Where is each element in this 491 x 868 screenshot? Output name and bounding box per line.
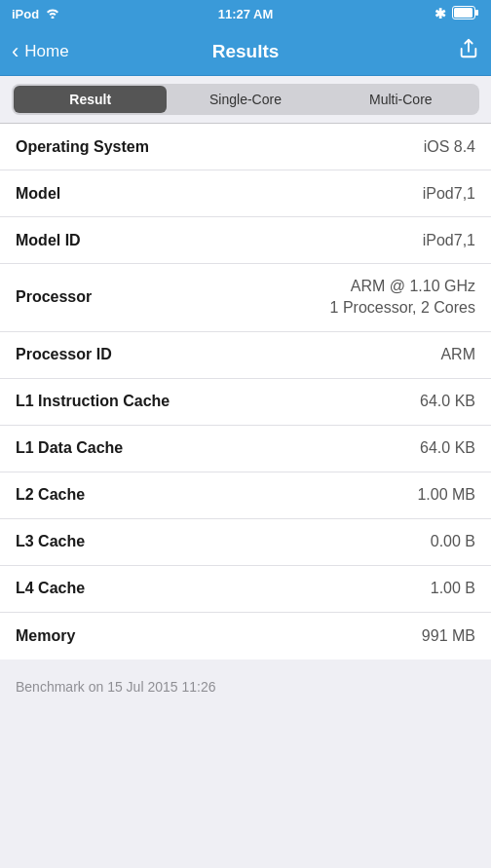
table-row: ModeliPod7,1 — [0, 170, 491, 217]
row-value: ARM — [124, 346, 475, 363]
table-row: L3 Cache0.00 B — [0, 519, 491, 566]
svg-rect-1 — [454, 8, 472, 18]
back-button[interactable]: ‹ Home — [12, 41, 69, 62]
row-value: 991 MB — [87, 627, 475, 645]
row-value: iPod7,1 — [72, 185, 475, 203]
row-label: L4 Cache — [16, 580, 85, 597]
status-time: 11:27 AM — [218, 7, 274, 21]
footer: Benchmark on 15 Jul 2015 11:26 — [0, 660, 491, 706]
row-label: Processor — [16, 288, 92, 306]
row-value: 1.00 MB — [96, 486, 475, 504]
row-label: Model — [16, 185, 60, 203]
table-row: L1 Instruction Cache64.0 KB — [0, 379, 491, 426]
row-value: iOS 8.4 — [161, 138, 475, 156]
row-label: L1 Instruction Cache — [16, 393, 170, 410]
table-row: Memory991 MB — [0, 613, 491, 660]
row-value: 1.00 B — [96, 580, 475, 597]
table-row: L4 Cache1.00 B — [0, 566, 491, 613]
nav-bar: ‹ Home Results — [0, 27, 491, 76]
row-label: Operating System — [16, 138, 149, 156]
table-row: L1 Data Cache64.0 KB — [0, 426, 491, 472]
segmented-control: Result Single-Core Multi-Core — [0, 76, 491, 124]
row-label: L2 Cache — [16, 486, 85, 504]
row-label: L3 Cache — [16, 533, 85, 550]
row-label: Model ID — [16, 232, 81, 249]
carrier-label: iPod — [12, 7, 39, 21]
tab-result[interactable]: Result — [14, 86, 167, 113]
benchmark-footer-text: Benchmark on 15 Jul 2015 11:26 — [16, 679, 215, 695]
table-row: Operating SystemiOS 8.4 — [0, 124, 491, 170]
row-value: 64.0 KB — [134, 439, 475, 457]
results-table: Operating SystemiOS 8.4ModeliPod7,1Model… — [0, 124, 491, 660]
status-bar-right: ✱ — [434, 6, 479, 22]
battery-icon — [452, 6, 479, 22]
table-row: Model IDiPod7,1 — [0, 217, 491, 264]
row-value: 0.00 B — [96, 533, 475, 550]
table-row: L2 Cache1.00 MB — [0, 472, 491, 519]
tab-single-core[interactable]: Single-Core — [169, 86, 321, 113]
row-value: iPod7,1 — [93, 232, 475, 249]
page-title: Results — [212, 41, 280, 62]
status-bar: iPod 11:27 AM ✱ — [0, 0, 491, 27]
share-button[interactable] — [458, 38, 479, 64]
svg-rect-2 — [475, 10, 478, 16]
wifi-icon — [45, 6, 60, 21]
table-row: Processor IDARM — [0, 332, 491, 379]
status-bar-left: iPod — [12, 6, 60, 21]
table-row: ProcessorARM @ 1.10 GHz1 Processor, 2 Co… — [0, 264, 491, 332]
back-label: Home — [24, 42, 68, 61]
bluetooth-icon: ✱ — [434, 6, 446, 21]
row-value: ARM @ 1.10 GHz1 Processor, 2 Cores — [103, 276, 475, 320]
row-label: Memory — [16, 627, 75, 645]
segmented-inner: Result Single-Core Multi-Core — [12, 84, 479, 115]
row-label: Processor ID — [16, 346, 112, 363]
row-value: 64.0 KB — [181, 393, 475, 410]
chevron-back-icon: ‹ — [12, 41, 19, 62]
tab-multi-core[interactable]: Multi-Core — [324, 86, 477, 113]
row-label: L1 Data Cache — [16, 439, 123, 457]
